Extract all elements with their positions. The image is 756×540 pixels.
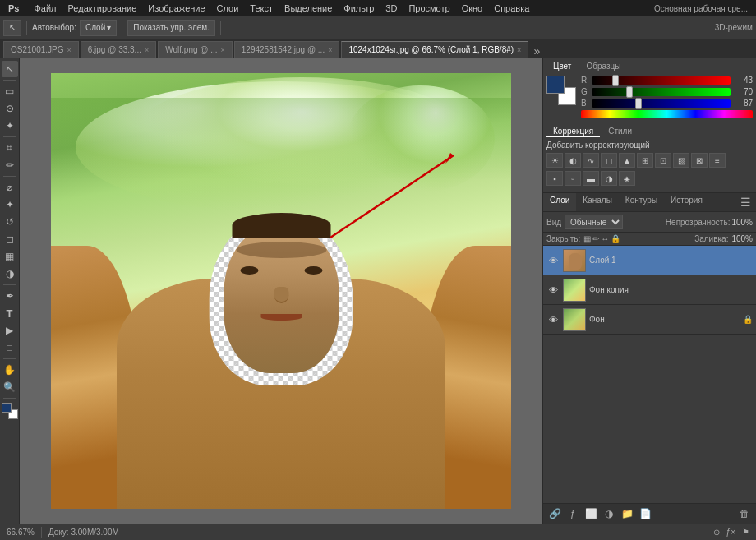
fg-swatch[interactable]	[546, 76, 565, 94]
tabs-overflow-btn[interactable]: »	[530, 44, 543, 58]
show-transform-btn[interactable]: Показать упр. элем.	[127, 20, 215, 36]
fill-value[interactable]: 100%	[731, 234, 753, 243]
menu-3d[interactable]: 3D	[380, 2, 402, 14]
r-slider[interactable]	[592, 76, 731, 85]
hand-tool[interactable]: ✋	[2, 362, 18, 378]
lock-move-btn[interactable]: ↔	[601, 234, 609, 243]
b-thumb[interactable]	[635, 98, 642, 109]
menu-file[interactable]: Файл	[29, 2, 61, 14]
type-tool[interactable]: T	[2, 305, 18, 321]
tab-swatches[interactable]: Образцы	[579, 61, 627, 72]
lock-all-btn[interactable]: 🔒	[611, 234, 620, 243]
shape-tool[interactable]: □	[2, 339, 18, 356]
layer-new-btn[interactable]: 📄	[637, 506, 653, 521]
menu-view[interactable]: Просмотр	[403, 2, 454, 14]
levels-btn[interactable]: ▬	[583, 171, 599, 186]
tab-1[interactable]: 6.jpg @ 33.3... ×	[81, 41, 156, 58]
tab-color[interactable]: Цвет	[546, 61, 578, 72]
r-thumb[interactable]	[612, 75, 619, 86]
layer-item-0[interactable]: 👁 Слой 1	[543, 246, 756, 275]
status-icon-3[interactable]: ⚑	[742, 528, 749, 537]
menu-filter[interactable]: Фильтр	[339, 2, 379, 14]
gradient-tool[interactable]: ▦	[2, 248, 18, 265]
brush-tool[interactable]: ⌀	[2, 179, 18, 196]
history-brush-tool[interactable]: ↺	[2, 214, 18, 230]
posterize-btn[interactable]: ▪	[546, 171, 563, 186]
layer-select[interactable]: Слой ▾	[80, 20, 117, 36]
lock-brush-btn[interactable]: ✏	[592, 234, 599, 243]
bw-btn[interactable]: ▧	[673, 153, 689, 168]
tab-history[interactable]: История	[664, 193, 709, 211]
layer-link-btn[interactable]: 🔗	[546, 506, 563, 521]
layer-style-btn[interactable]: ƒ	[565, 506, 581, 521]
tab-channels[interactable]: Каналы	[576, 193, 619, 211]
pen-tool[interactable]: ✒	[2, 288, 18, 304]
layer-mask-btn[interactable]: ⬜	[583, 506, 599, 521]
hsb-btn[interactable]: ⊞	[637, 153, 653, 168]
layer-adj-btn[interactable]: ◑	[601, 506, 617, 521]
tab-paths[interactable]: Контуры	[619, 193, 664, 211]
photofilter-btn[interactable]: ⊠	[691, 153, 708, 168]
threshold-btn[interactable]: ▫	[565, 171, 581, 186]
eyedropper-tool[interactable]: ✏	[2, 157, 18, 173]
status-icon-2[interactable]: ƒ×	[726, 528, 735, 537]
layer-0-visibility[interactable]: 👁	[546, 254, 560, 267]
exposure-btn[interactable]: ◻	[601, 153, 617, 168]
zoom-tool[interactable]: 🔍	[2, 379, 18, 395]
fg-bg-color-swatch[interactable]	[2, 403, 18, 419]
workspace-label[interactable]: Основная рабочая сре...	[649, 3, 753, 14]
tab-1-close[interactable]: ×	[145, 46, 149, 54]
tab-3-close[interactable]: ×	[328, 46, 332, 54]
marquee-tool[interactable]: ▭	[2, 83, 18, 99]
menu-image[interactable]: Изображение	[143, 2, 210, 14]
eraser-tool[interactable]: ◻	[2, 231, 18, 247]
colorbal-btn[interactable]: ⊡	[655, 153, 671, 168]
menu-help[interactable]: Справка	[489, 2, 534, 14]
menu-select[interactable]: Выделение	[279, 2, 337, 14]
menu-layers[interactable]: Слои	[212, 2, 244, 14]
blend-mode-select[interactable]: Обычные	[565, 215, 623, 229]
path-select-tool[interactable]: ▶	[2, 322, 18, 339]
hue-btn[interactable]: ◐	[565, 153, 581, 168]
tab-0[interactable]: OS21001.JPG ×	[3, 41, 79, 58]
vibrance-btn[interactable]: ▲	[619, 153, 635, 168]
opacity-value[interactable]: 100%	[731, 218, 753, 227]
layers-panel-menu[interactable]: ☰	[735, 193, 756, 211]
fg-bg-swatches[interactable]	[546, 76, 576, 105]
layer-1-visibility[interactable]: 👁	[546, 284, 560, 297]
tab-4[interactable]: 1024x1024sr.jpg @ 66.7% (Слой 1, RGB/8#)…	[341, 41, 528, 58]
tab-2-close[interactable]: ×	[221, 46, 225, 54]
g-thumb[interactable]	[626, 86, 633, 98]
menu-window[interactable]: Окно	[457, 2, 488, 14]
tab-4-close[interactable]: ×	[517, 46, 521, 54]
status-icon-1[interactable]: ⊙	[713, 528, 720, 537]
lock-transparent-btn[interactable]: ▦	[583, 234, 591, 243]
tab-3[interactable]: 12942581542.jpg @ ... ×	[234, 41, 340, 58]
tab-correction[interactable]: Коррекция	[546, 126, 600, 137]
lasso-tool[interactable]: ⊙	[2, 100, 18, 117]
gradmap-btn[interactable]: ◑	[601, 171, 617, 186]
curves-btn[interactable]: ∿	[583, 153, 599, 168]
mixer-btn[interactable]: ≡	[709, 153, 726, 168]
layer-item-2[interactable]: 👁 Фон 🔒	[543, 305, 756, 335]
move-tool-btn[interactable]: ↖	[3, 20, 21, 36]
stamp-tool[interactable]: ✦	[2, 196, 18, 213]
color-spectrum[interactable]	[581, 110, 753, 118]
layer-2-visibility[interactable]: 👁	[546, 313, 560, 326]
dodge-tool[interactable]: ◑	[2, 265, 18, 282]
tab-styles[interactable]: Стили	[602, 126, 638, 137]
tab-0-close[interactable]: ×	[67, 46, 71, 54]
menu-edit[interactable]: Редактирование	[63, 2, 142, 14]
layer-delete-btn[interactable]: 🗑	[736, 506, 753, 521]
magic-wand-tool[interactable]: ✦	[2, 118, 18, 134]
layer-group-btn[interactable]: 📁	[619, 506, 635, 521]
move-tool[interactable]: ↖	[2, 61, 18, 77]
tab-layers[interactable]: Слои	[543, 193, 576, 211]
g-slider[interactable]	[592, 88, 731, 96]
b-slider[interactable]	[592, 99, 731, 108]
crop-tool[interactable]: ⌗	[2, 140, 18, 156]
brightness-btn[interactable]: ☀	[546, 153, 563, 168]
selectcolor-btn[interactable]: ◈	[619, 171, 635, 186]
tab-2[interactable]: Wolf.png @ ... ×	[158, 41, 233, 58]
menu-text[interactable]: Текст	[245, 2, 278, 14]
